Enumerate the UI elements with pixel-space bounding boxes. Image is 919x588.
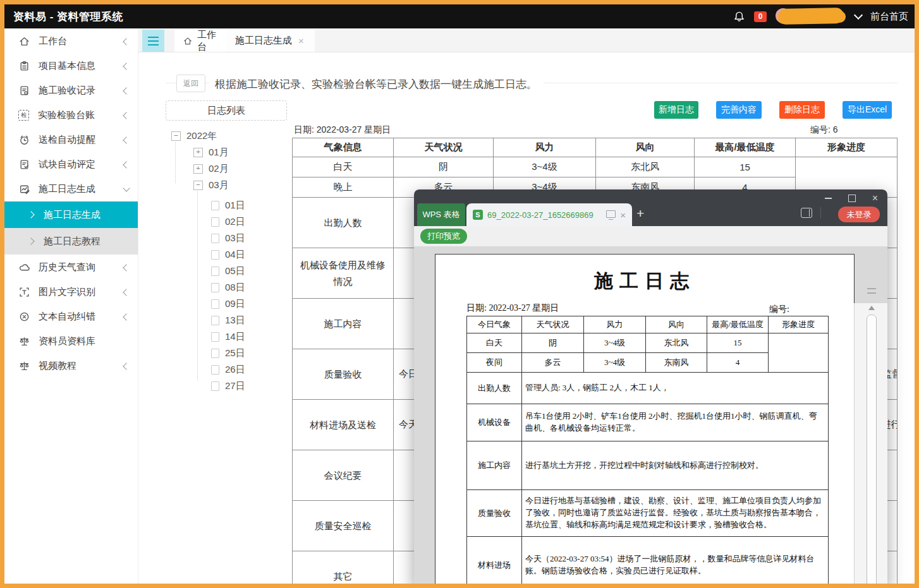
file-icon: [211, 283, 219, 292]
wps-document-tab[interactable]: S 69_2022-03-27_1652669869 ×: [466, 203, 632, 226]
tree-node-day[interactable]: 14日: [211, 330, 245, 343]
sidebar-item-ocr[interactable]: 图片文字识别: [4, 280, 138, 304]
tree-node-day[interactable]: 26日: [211, 363, 245, 376]
tree-node-day[interactable]: 08日: [211, 281, 245, 294]
scroll-up-icon[interactable]: [868, 306, 875, 310]
serial-label: 编号: 6: [810, 124, 838, 136]
table-row: 质量验收今日进行地基与基础验槽，建设、勘察、设计、监理、施工单位项目负责人均参加…: [467, 490, 829, 537]
tab-log-generation[interactable]: 施工日志生成 ×: [226, 30, 315, 52]
chevron-left-icon: [123, 313, 130, 320]
file-icon: [211, 316, 219, 325]
sidebar-item-text-correction[interactable]: 文本自动纠错: [4, 304, 138, 329]
home-icon: [183, 37, 192, 45]
split-handle-icon[interactable]: [867, 288, 876, 294]
sidebar-item-block-evaluation[interactable]: 试块自动评定: [4, 152, 138, 177]
scrollbar-thumb[interactable]: [867, 315, 877, 588]
tree-node-day[interactable]: 04日: [211, 248, 245, 261]
improve-content-button[interactable]: 完善内容: [716, 101, 762, 119]
export-excel-button[interactable]: 导出Excel: [843, 101, 892, 119]
sidebar-item-lab-ledger[interactable]: 检 实验检验台账: [4, 103, 138, 128]
tree-node-day[interactable]: 05日: [211, 265, 245, 277]
tree-node-month[interactable]: +02月: [193, 162, 229, 175]
tree-node-day[interactable]: 09日: [211, 297, 245, 310]
sidebar-item-workbench[interactable]: 工作台: [4, 29, 138, 54]
spreadsheet-file-icon: S: [473, 210, 483, 220]
log-list-panel-title: 日志列表: [166, 100, 287, 121]
table-row: 出勤人数管理人员: 3人，钢筋工 2人，木工 1人，: [467, 373, 829, 404]
file-icon: [211, 299, 219, 309]
chevron-left-icon: [123, 363, 130, 369]
tree-node-day[interactable]: 25日: [211, 347, 245, 359]
sidebar-item-log-generation[interactable]: 施工日志生成: [4, 177, 138, 201]
collapse-icon[interactable]: −: [193, 181, 203, 190]
close-icon[interactable]: ×: [620, 210, 626, 220]
maximize-icon[interactable]: [848, 195, 856, 202]
not-logged-in-button[interactable]: 未登录: [838, 207, 880, 222]
table-header-row: 气象信息 天气状况 风力 风向 最高/最低温度 形象进度: [293, 138, 898, 157]
user-menu[interactable]: [776, 8, 846, 25]
print-preview-button[interactable]: 打印预览: [420, 229, 467, 244]
monitor-icon: [606, 210, 616, 218]
tree-node-year[interactable]: −2022年: [171, 129, 217, 142]
chevron-left-icon: [123, 136, 130, 143]
expand-icon[interactable]: +: [193, 164, 203, 174]
tree-node-day[interactable]: 01日: [211, 199, 245, 212]
file-icon: [211, 267, 219, 276]
arrow-right-icon: [27, 211, 34, 218]
front-home-link[interactable]: 前台首页: [870, 11, 908, 23]
wps-app-button[interactable]: WPS 表格: [417, 203, 465, 226]
divider: [820, 207, 821, 219]
sidebar-subitem-log-generation[interactable]: 施工日志生成: [4, 201, 138, 228]
sidebar-subitem-log-tutorial[interactable]: 施工日志教程: [4, 228, 138, 255]
chevron-left-icon: [123, 289, 130, 296]
sidebar-item-video-tutorial[interactable]: 视频教程: [4, 354, 138, 378]
wps-document-area: 施工日志 日期: 2022-03-27 星期日 编号: 今日气象 天气状况 风力…: [414, 246, 887, 588]
chevron-down-icon: [123, 184, 130, 191]
alarm-clock-icon: [18, 135, 30, 146]
delete-log-button[interactable]: 删除日志: [779, 101, 825, 119]
sidebar-toggle-icon[interactable]: [801, 208, 812, 218]
collapse-icon[interactable]: −: [171, 131, 181, 141]
file-icon: [211, 217, 219, 227]
table-header-row: 今日气象 天气状况 风力 风向 最高/最低温度 形象进度: [467, 316, 829, 333]
sidebar-item-project-info[interactable]: 项目基本信息: [4, 54, 138, 78]
tree-node-month[interactable]: −03月: [193, 179, 229, 191]
document-date: 日期: 2022-03-27 星期日: [466, 303, 559, 314]
scrollbar[interactable]: [854, 303, 887, 588]
weather-row-day: 白天 阴 3~4级 东北风 15: [293, 157, 898, 177]
add-log-button[interactable]: 新增日志: [654, 101, 698, 119]
chevron-left-icon: [123, 87, 130, 94]
tree-node-day[interactable]: 27日: [211, 380, 245, 392]
new-tab-icon[interactable]: +: [636, 206, 644, 221]
file-icon: [211, 250, 219, 260]
close-icon[interactable]: ×: [872, 193, 878, 203]
home-icon: [18, 36, 30, 47]
tree-node-day[interactable]: 02日: [211, 215, 245, 228]
sidebar-item-clerk-library[interactable]: 资料员资料库: [4, 329, 138, 354]
back-button[interactable]: 返回: [176, 75, 205, 92]
document-table: 今日气象 天气状况 风力 风向 最高/最低温度 形象进度 白天 阴 3~4级 东…: [466, 316, 828, 588]
bell-icon[interactable]: [733, 10, 745, 23]
minimize-icon[interactable]: [825, 198, 832, 199]
chevron-down-icon[interactable]: [854, 11, 863, 20]
sidebar-item-test-reminder[interactable]: 送检自动提醒: [4, 128, 138, 152]
tab-workbench[interactable]: 工作台: [174, 30, 226, 52]
notification-badge[interactable]: 0: [754, 11, 767, 22]
wps-window: × WPS 表格 S 69_2022-03-27_1652669869 × + …: [414, 189, 887, 588]
cloud-icon: [18, 262, 30, 273]
expand-icon[interactable]: +: [193, 148, 203, 157]
sidebar-item-acceptance-records[interactable]: 施工验收记录: [4, 78, 138, 103]
tab-list-icon[interactable]: [142, 30, 164, 52]
table-row: 材料进场今天（2022-03-27 03:54）进场了一批钢筋原材，，数量和品牌…: [467, 537, 829, 588]
close-icon[interactable]: ×: [298, 35, 304, 46]
wps-title-bar: × WPS 表格 S 69_2022-03-27_1652669869 × + …: [414, 189, 887, 226]
tree-node-month[interactable]: +01月: [193, 146, 229, 159]
document-pencil-icon: [18, 184, 30, 195]
document-title: 施工日志: [435, 268, 854, 294]
document-gear-icon: [18, 85, 30, 97]
chevron-left-icon: [123, 161, 130, 168]
sidebar-item-weather-history[interactable]: 历史天气查询: [4, 255, 138, 280]
tree-node-day[interactable]: 03日: [211, 232, 245, 244]
tree-node-day[interactable]: 13日: [211, 314, 245, 327]
clipboard-icon: [18, 61, 30, 72]
